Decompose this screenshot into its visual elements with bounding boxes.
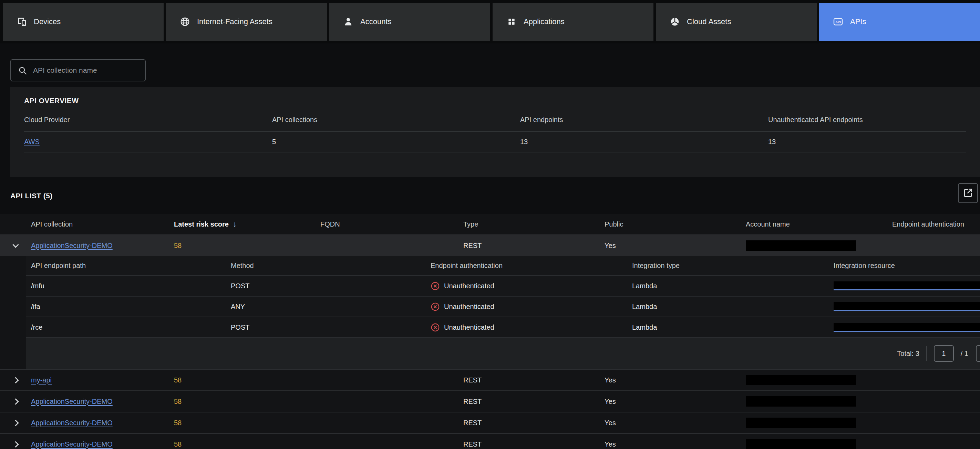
integration-resource-redacted-link[interactable] bbox=[834, 323, 980, 332]
unauthenticated-icon bbox=[431, 323, 440, 332]
list-column-header-fqdn[interactable]: FQDN bbox=[320, 221, 463, 228]
overview-column-header-cloud-provider: Cloud Provider bbox=[24, 116, 272, 124]
tab-label: Applications bbox=[523, 17, 565, 26]
integration-resource-cell bbox=[834, 302, 980, 311]
export-button[interactable] bbox=[958, 183, 978, 203]
api-list-row: my-api58RESTYes bbox=[0, 369, 980, 390]
cloud-assets-icon bbox=[669, 16, 681, 27]
endpoint-auth-cell: Unauthenticated bbox=[431, 302, 632, 312]
endpoint-path-value: /mfu bbox=[31, 282, 231, 290]
type-value: REST bbox=[463, 242, 605, 250]
column-label: Latest risk score bbox=[174, 221, 229, 228]
api-collection-link[interactable]: ApplicationSecurity-DEMO bbox=[31, 440, 113, 448]
integration-type-value: Lambda bbox=[632, 303, 834, 311]
pagination-total: Total: 3 bbox=[897, 350, 919, 358]
column-label: Public bbox=[605, 221, 623, 228]
tab-apis[interactable]: APIAPIs bbox=[819, 3, 980, 41]
expand-toggle[interactable] bbox=[0, 370, 31, 390]
tab-accounts[interactable]: Accounts bbox=[329, 3, 490, 41]
list-column-header-latest-risk-score[interactable]: Latest risk score↓ bbox=[174, 220, 320, 228]
expanded-endpoint-panel: API endpoint pathMethodEndpoint authenti… bbox=[26, 256, 980, 369]
api-collection-cell: ApplicationSecurity-DEMO bbox=[31, 419, 174, 427]
list-column-header-account-name[interactable]: Account name bbox=[746, 221, 892, 228]
type-value: REST bbox=[463, 419, 605, 427]
overview-column-header-api-endpoints: API endpoints bbox=[520, 116, 768, 124]
expand-toggle[interactable] bbox=[0, 434, 31, 449]
unauthenticated-icon bbox=[431, 281, 440, 291]
account-name-cell bbox=[746, 418, 892, 428]
api-collection-link[interactable]: ApplicationSecurity-DEMO bbox=[31, 398, 113, 405]
list-column-header-type[interactable]: Type bbox=[463, 221, 605, 228]
method-value: POST bbox=[231, 282, 431, 290]
overview-title: API OVERVIEW bbox=[24, 97, 966, 105]
list-body: ApplicationSecurity-DEMO58RESTYesAPI end… bbox=[0, 235, 980, 449]
account-name-cell bbox=[746, 375, 892, 385]
expand-toggle[interactable] bbox=[0, 391, 31, 412]
endpoint-auth-cell: Unauthenticated bbox=[431, 323, 632, 332]
tab-bar: DevicesInternet-Facing AssetsAccountsApp… bbox=[3, 3, 980, 41]
integration-type-value: Lambda bbox=[632, 323, 834, 331]
pagination-of: / 1 bbox=[961, 350, 968, 358]
api-list-row: ApplicationSecurity-DEMO58RESTYes bbox=[0, 433, 980, 449]
endpoint-row: /ifaANYUnauthenticatedLambda bbox=[26, 296, 980, 316]
column-label: Endpoint authentication bbox=[892, 221, 964, 228]
integration-resource-redacted-link[interactable] bbox=[834, 281, 980, 290]
overview-column-header-api-collections: API collections bbox=[272, 116, 520, 124]
endpoint-row: /rcePOSTUnauthenticatedLambda bbox=[26, 316, 980, 337]
account-name-redacted bbox=[746, 396, 856, 407]
endpoint-header-row: API endpoint pathMethodEndpoint authenti… bbox=[26, 256, 980, 275]
cloud-provider-link[interactable]: AWS bbox=[24, 138, 40, 145]
account-name-redacted bbox=[746, 375, 856, 385]
list-column-header-public[interactable]: Public bbox=[605, 221, 746, 228]
api-list-table: API collectionLatest risk score↓FQDNType… bbox=[0, 214, 980, 449]
list-column-header-api-collection[interactable]: API collection bbox=[31, 221, 174, 228]
applications-grid-icon bbox=[506, 17, 517, 26]
api-collection-link[interactable]: ApplicationSecurity-DEMO bbox=[31, 419, 113, 427]
pagination-next-box[interactable] bbox=[976, 345, 980, 362]
api-collection-link[interactable]: ApplicationSecurity-DEMO bbox=[31, 242, 113, 249]
public-value: Yes bbox=[605, 440, 746, 448]
unauthenticated-icon bbox=[431, 302, 440, 312]
chevron-down-icon bbox=[13, 241, 19, 248]
integration-resource-redacted-link[interactable] bbox=[834, 302, 980, 311]
list-header-row: API collectionLatest risk score↓FQDNType… bbox=[0, 214, 980, 235]
account-name-cell bbox=[746, 439, 892, 449]
expand-toggle[interactable] bbox=[0, 412, 31, 433]
tab-label: Cloud Assets bbox=[687, 17, 731, 26]
endpoint-path-value: /rce bbox=[31, 323, 231, 331]
tab-label: APIs bbox=[850, 17, 866, 26]
tab-cloud-assets[interactable]: Cloud Assets bbox=[656, 3, 817, 41]
api-collection-cell: ApplicationSecurity-DEMO bbox=[31, 398, 174, 406]
account-name-redacted bbox=[746, 439, 856, 449]
api-endpoints-value: 13 bbox=[520, 138, 768, 146]
devices-icon bbox=[16, 16, 27, 27]
api-list-row: ApplicationSecurity-DEMO58RESTYes bbox=[0, 412, 980, 433]
risk-score-value: 58 bbox=[174, 376, 320, 384]
endpoint-path-value: /ifa bbox=[31, 303, 231, 311]
account-name-redacted bbox=[746, 240, 856, 251]
api-badge-icon: API bbox=[832, 16, 844, 27]
tab-applications[interactable]: Applications bbox=[493, 3, 654, 41]
search-input[interactable] bbox=[33, 66, 140, 75]
column-label: Type bbox=[463, 221, 478, 228]
cloud-provider-cell: AWS bbox=[24, 138, 272, 146]
endpoint-row: /mfuPOSTUnauthenticatedLambda bbox=[26, 275, 980, 296]
pagination-page-input[interactable]: 1 bbox=[934, 345, 954, 362]
svg-text:API: API bbox=[835, 20, 841, 24]
tab-label: Internet-Facing Assets bbox=[197, 17, 272, 26]
list-column-header-endpoint-authentication[interactable]: Endpoint authentication bbox=[892, 221, 980, 228]
tab-internet-facing-assets[interactable]: Internet-Facing Assets bbox=[166, 3, 327, 41]
app-root: DevicesInternet-Facing AssetsAccountsApp… bbox=[0, 0, 980, 449]
endpoint-column-header-integration-resource: Integration resource bbox=[834, 262, 980, 270]
tab-devices[interactable]: Devices bbox=[3, 3, 164, 41]
chevron-right-icon bbox=[13, 398, 19, 404]
endpoint-column-header-api-endpoint-path: API endpoint path bbox=[31, 262, 231, 270]
api-collections-value: 5 bbox=[272, 138, 520, 146]
chevron-right-icon bbox=[13, 420, 19, 426]
expand-toggle[interactable] bbox=[0, 235, 31, 256]
risk-score-value: 58 bbox=[174, 398, 320, 406]
endpoint-pagination: Total: 31/ 1 bbox=[26, 337, 980, 369]
api-collection-link[interactable]: my-api bbox=[31, 376, 52, 384]
endpoint-column-header-method: Method bbox=[231, 262, 431, 270]
endpoint-auth-label: Unauthenticated bbox=[444, 303, 494, 311]
